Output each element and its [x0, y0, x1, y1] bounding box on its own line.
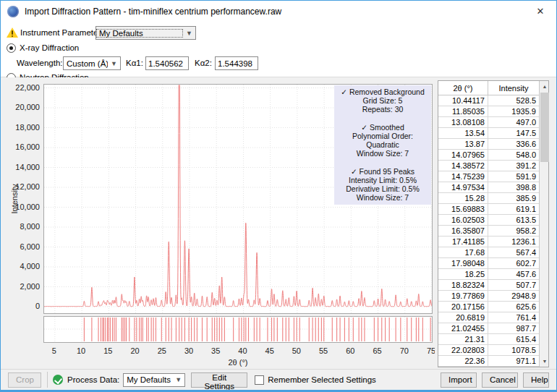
cell-intensity: 761.4 — [488, 312, 539, 323]
import-diffraction-dialog: Import Diffraction Pattern - tim-minifle… — [0, 0, 557, 392]
cell-2theta: 17.98048 — [438, 258, 488, 268]
table-row[interactable]: 14.97534398.8 — [438, 182, 539, 193]
warning-icon — [7, 27, 18, 38]
ka1-input[interactable] — [145, 56, 189, 70]
xray-diffraction-radio[interactable] — [7, 43, 16, 53]
column-header-2theta[interactable]: 2θ (°) — [438, 81, 488, 95]
table-row[interactable]: 21.02455987.7 — [438, 323, 539, 334]
cell-2theta: 15.69883 — [438, 204, 488, 214]
cell-2theta: 13.87 — [438, 139, 488, 149]
title-bar: Import Diffraction Pattern - tim-minifle… — [1, 1, 556, 22]
table-row[interactable]: 18.82324507.7 — [438, 280, 539, 291]
cell-2theta: 18.25 — [438, 269, 488, 279]
chevron-down-icon: ▼ — [108, 60, 120, 67]
x-tick-label: 5 — [52, 346, 56, 355]
x-tick-label: 45 — [265, 346, 274, 355]
table-row[interactable]: 21.31615.4 — [438, 334, 539, 345]
table-row[interactable]: 19.778692948.9 — [438, 291, 539, 302]
table-row[interactable]: 11.850351935.9 — [438, 106, 539, 117]
annotation-line: ✓ Removed Background — [336, 88, 430, 96]
table-row[interactable]: 13.08108497.0 — [438, 117, 539, 128]
cancel-button[interactable]: Cancel — [482, 372, 518, 388]
y-tick-label: 14,000 — [7, 163, 40, 171]
process-data-select[interactable]: My Defaults ▼ — [123, 373, 185, 387]
cell-2theta: 14.97534 — [438, 182, 488, 192]
process-ok-icon — [53, 375, 63, 385]
table-row[interactable]: 16.02503613.5 — [438, 215, 539, 226]
help-button[interactable]: Help — [523, 372, 549, 388]
cell-2theta: 22.36 — [438, 356, 488, 366]
table-row[interactable]: 14.38572391.2 — [438, 161, 539, 171]
parameters-section: Instrument Parameters: My Defaults ▼ X-r… — [1, 22, 556, 77]
table-row[interactable]: 20.6819761.4 — [438, 312, 539, 323]
column-header-intensity[interactable]: Intensity — [488, 81, 539, 95]
cell-intensity: 987.7 — [488, 323, 539, 333]
app-icon — [7, 6, 19, 17]
process-data-label: Process Data: — [67, 375, 119, 384]
x-tick-label: 10 — [77, 346, 85, 355]
remember-settings-checkbox[interactable] — [255, 375, 264, 385]
y-axis-label: Intensity — [10, 174, 19, 224]
table-row[interactable]: 13.54147.5 — [438, 128, 539, 139]
y-tick-label: 0 — [7, 302, 40, 310]
table-row[interactable]: 17.98048602.7 — [438, 258, 539, 269]
annotation-line: ✓ Smoothed — [336, 123, 430, 132]
annotation-line — [336, 158, 430, 167]
x-tick-label: 35 — [211, 346, 220, 355]
table-row[interactable]: 14.75239591.9 — [438, 171, 539, 182]
cell-2theta: 17.41185 — [438, 237, 488, 247]
x-tick-label: 20 — [130, 346, 139, 355]
scroll-up-icon[interactable]: ▲ — [540, 81, 550, 92]
table-row[interactable]: 14.07965548.0 — [438, 150, 539, 161]
wavelength-select[interactable]: Custom (Å) ▼ — [63, 56, 121, 70]
cell-2theta: 21.31 — [438, 334, 488, 344]
cell-2theta: 21.02455 — [438, 323, 488, 333]
cell-2theta: 20.17156 — [438, 302, 488, 312]
cell-2theta: 15.28 — [438, 193, 488, 203]
table-row[interactable]: 16.35807958.2 — [438, 226, 539, 237]
table-row[interactable]: 22.028031078.5 — [438, 345, 539, 356]
cell-2theta: 10.44117 — [438, 95, 488, 106]
annotation-line: Repeats: 30 — [336, 105, 430, 114]
scroll-down-icon[interactable]: ▼ — [540, 356, 550, 367]
table-row[interactable]: 20.17156625.6 — [438, 302, 539, 312]
table-row[interactable]: 15.28385.9 — [438, 193, 539, 204]
table-body: 10.44117528.511.850351935.913.08108497.0… — [438, 95, 539, 367]
x-tick-label: 40 — [238, 346, 247, 355]
peak-marker-strip[interactable] — [43, 316, 433, 343]
table-row[interactable]: 17.68567.4 — [438, 247, 539, 258]
peaks-table: 2θ (°) Intensity 10.44117528.511.8503519… — [438, 80, 549, 367]
table-scrollbar[interactable]: ▲ ▼ — [539, 81, 548, 367]
process-data-value: My Defaults — [124, 375, 172, 384]
import-button[interactable]: Import — [441, 372, 477, 388]
table-row[interactable]: 10.44117528.5 — [438, 95, 539, 106]
scrollbar-thumb[interactable] — [540, 93, 549, 162]
cell-2theta: 13.54 — [438, 128, 488, 138]
wavelength-value: Custom (Å) — [64, 59, 108, 68]
cell-intensity: 548.0 — [488, 150, 539, 160]
cell-2theta: 14.38572 — [438, 161, 488, 171]
x-tick-label: 55 — [319, 346, 328, 355]
table-row[interactable]: 18.25457.6 — [438, 269, 539, 280]
y-tick-label: 4,000 — [7, 262, 40, 270]
table-row[interactable]: 15.69883619.1 — [438, 204, 539, 215]
instrument-parameters-select[interactable]: My Defaults ▼ — [95, 26, 196, 40]
cell-intensity: 619.1 — [488, 204, 539, 214]
y-tick-label: 20,000 — [7, 103, 40, 111]
edit-settings-button[interactable]: Edit Settings — [191, 372, 247, 388]
cell-intensity: 958.2 — [488, 226, 539, 236]
table-row[interactable]: 17.411851236.1 — [438, 237, 539, 247]
ka2-input[interactable] — [215, 56, 258, 70]
annotation-line: ✓ Found 95 Peaks — [336, 167, 430, 176]
cell-intensity: 971.1 — [488, 356, 539, 366]
table-row[interactable]: 22.36971.1 — [438, 356, 539, 367]
annotation-line: Derivative Limit: 0.5% — [336, 184, 430, 193]
cell-2theta: 16.35807 — [438, 226, 488, 236]
window-title: Import Diffraction Pattern - tim-minifle… — [25, 7, 281, 17]
table-row[interactable]: 13.87336.6 — [438, 139, 539, 150]
cell-intensity: 591.9 — [488, 171, 539, 182]
close-icon[interactable]: ✕ — [533, 4, 548, 19]
cell-intensity: 2948.9 — [488, 291, 539, 301]
cell-intensity: 1935.9 — [488, 106, 539, 116]
cell-2theta: 18.82324 — [438, 280, 488, 290]
